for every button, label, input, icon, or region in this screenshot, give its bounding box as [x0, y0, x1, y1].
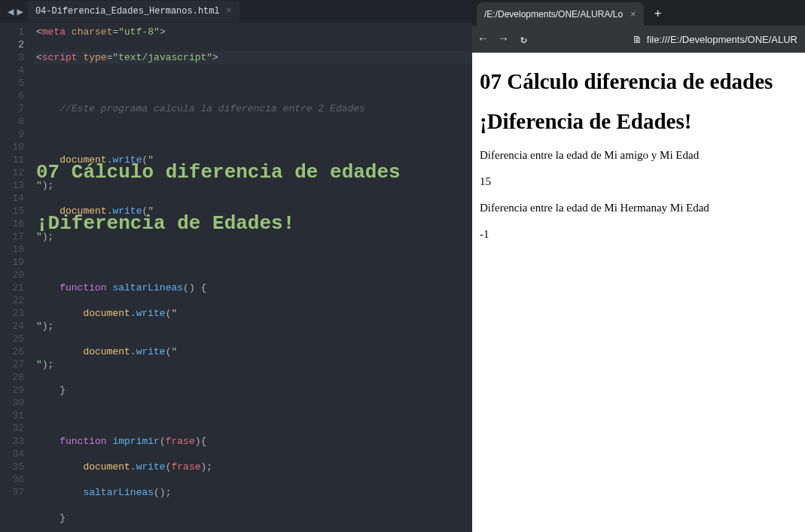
page-heading-2: ¡Diferencia de Edades! [480, 109, 797, 134]
code-content[interactable]: <meta charset="utf-8"> <script type="tex… [35, 23, 472, 532]
editor-nav: ◀ ▶ [3, 5, 28, 18]
nav-fwd-icon[interactable]: ▶ [17, 5, 23, 18]
reload-icon[interactable]: ↻ [520, 32, 527, 47]
browser-toolbar: ← → ↻ 🗎 file:///E:/Developments/ONE/ALUR [472, 26, 805, 53]
new-tab-button[interactable]: + [648, 3, 668, 26]
browser-pane: /E:/Developments/ONE/ALURA/Lo × + ← → ↻ … [472, 0, 805, 532]
browser-content: 07 Cálculo diferencia de edades ¡Diferen… [472, 53, 805, 532]
code-area: 1234567891011121314151617181920212223242… [0, 23, 472, 532]
editor-tab-bar: ◀ ▶ 04-Diferencia_Edades_Hermanos.html × [0, 0, 472, 23]
browser-tab-title: /E:/Developments/ONE/ALURA/Lo [484, 9, 623, 20]
output-line: Diferencia entre la edad de Mi Hermanay … [480, 202, 797, 214]
editor-pane: ◀ ▶ 04-Diferencia_Edades_Hermanos.html ×… [0, 0, 472, 532]
output-line: Diferencia entre la edad de Mi amigo y M… [480, 149, 797, 162]
line-gutter: 1234567891011121314151617181920212223242… [0, 23, 35, 532]
forward-icon[interactable]: → [500, 33, 507, 46]
url-bar[interactable]: 🗎 file:///E:/Developments/ONE/ALUR [633, 34, 797, 45]
editor-tab[interactable]: 04-Diferencia_Edades_Hermanos.html × [28, 1, 239, 22]
back-icon[interactable]: ← [480, 33, 486, 46]
url-text: file:///E:/Developments/ONE/ALUR [647, 34, 797, 45]
file-icon: 🗎 [633, 34, 642, 45]
close-icon[interactable]: × [630, 8, 636, 20]
browser-tab-bar: /E:/Developments/ONE/ALURA/Lo × + [472, 0, 805, 26]
close-icon[interactable]: × [226, 5, 232, 17]
browser-tab[interactable]: /E:/Developments/ONE/ALURA/Lo × [477, 2, 644, 26]
nav-back-icon[interactable]: ◀ [8, 5, 14, 18]
output-line: -1 [480, 228, 797, 241]
editor-tab-title: 04-Diferencia_Edades_Hermanos.html [35, 6, 220, 17]
output-line: 15 [480, 175, 797, 188]
page-heading-1: 07 Cálculo diferencia de edades [480, 69, 797, 94]
